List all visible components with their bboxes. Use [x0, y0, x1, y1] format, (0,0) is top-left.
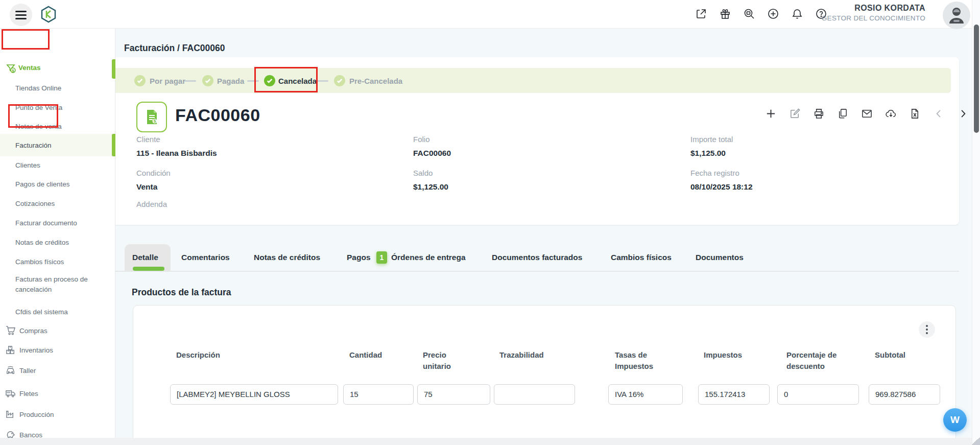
- sidebar-item-cotizaciones[interactable]: Cotizaciones: [15, 199, 102, 208]
- tax-rate-input[interactable]: IVA 16%: [608, 384, 683, 405]
- field-value-importe-total: $1,125.00: [690, 149, 726, 158]
- step-connector: [184, 80, 196, 82]
- field-value-cliente: 115 - Ileana Bisbardis: [136, 149, 217, 158]
- sidebar-item-compras[interactable]: Compras: [19, 326, 106, 336]
- invoice-actions-toolbar: [764, 107, 969, 120]
- chevron-left-icon[interactable]: [932, 107, 945, 120]
- step-check-pagada-icon: [202, 75, 213, 86]
- cloud-download-icon[interactable]: [884, 107, 897, 120]
- kordata-logo-icon[interactable]: [40, 6, 57, 23]
- hamburger-menu-button[interactable]: [10, 4, 32, 26]
- col-header-subtotal: Subtotal: [875, 349, 916, 361]
- step-check-cancelada-icon: [264, 75, 275, 86]
- step-label-por-pagar: Por pagar: [150, 77, 185, 85]
- svg-text:$: $: [154, 119, 156, 124]
- bell-icon[interactable]: [791, 7, 804, 20]
- tab-cambios-fisicos[interactable]: Cambios físicos: [611, 253, 672, 262]
- sidebar-active-indicator-facturacion: [112, 134, 115, 156]
- sidebar-item-ventas[interactable]: $ Ventas: [0, 59, 115, 78]
- tab-documentos[interactable]: Documentos: [696, 253, 744, 262]
- external-link-icon[interactable]: [695, 7, 708, 20]
- sidebar-item-punto-de-venta[interactable]: Punto de Venta: [15, 103, 102, 112]
- step-connector: [247, 80, 259, 82]
- step-label-pre-cancelada: Pre-Cancelada: [349, 77, 402, 85]
- step-label-pagada: Pagada: [217, 77, 244, 85]
- more-options-button[interactable]: [919, 321, 935, 338]
- sidebar-item-cfdis-del-sistema[interactable]: Cfdis del sistema: [15, 308, 102, 317]
- step-check-por-pagar-icon: [134, 75, 146, 86]
- sidebar-item-facturacion[interactable]: Facturación: [15, 141, 102, 150]
- sidebar-item-produccion[interactable]: Producción: [19, 410, 106, 419]
- email-icon[interactable]: [860, 107, 873, 120]
- description-input[interactable]: [LABMEY2] MEYBELLIN GLOSS: [170, 384, 338, 405]
- chevron-right-icon[interactable]: [956, 107, 969, 120]
- app-window: ROSIO KORDATA GESTOR DEL CONOCIMIENTO $ …: [0, 0, 980, 445]
- field-label-cliente: Cliente: [136, 135, 160, 144]
- tab-comentarios[interactable]: Comentarios: [181, 253, 230, 262]
- user-info: ROSIO KORDATA GESTOR DEL CONOCIMIENTO: [822, 3, 925, 24]
- sidebar-active-indicator-ventas: [112, 59, 115, 79]
- search-icon[interactable]: [743, 7, 756, 20]
- step-label-cancelada: Cancelada: [278, 77, 317, 85]
- taxes-input[interactable]: 155.172413: [698, 384, 770, 405]
- traceability-input[interactable]: [494, 384, 575, 405]
- col-header-precio-unitario: Precio unitario: [423, 349, 459, 372]
- scrollbar-corner: [972, 437, 980, 445]
- tabs-divider: [102, 271, 959, 272]
- col-header-impuestos: Impuestos: [704, 349, 750, 361]
- sidebar-item-cambios-fisicos[interactable]: Cambios físicos: [15, 257, 102, 267]
- field-label-condicion: Condición: [136, 169, 171, 177]
- topbar: ROSIO KORDATA GESTOR DEL CONOCIMIENTO: [0, 0, 972, 29]
- step-connector: [317, 80, 328, 82]
- tab-pagos[interactable]: Pagos: [347, 253, 371, 262]
- pagos-count-badge: 1: [376, 251, 387, 264]
- sidebar: $ Ventas Tiendas Online Punto de Venta N…: [0, 29, 115, 438]
- sidebar-item-notas-de-creditos[interactable]: Notas de créditos: [15, 238, 102, 247]
- sidebar-item-inventarios[interactable]: Inventarios: [19, 346, 106, 355]
- tab-notas-de-creditos[interactable]: Notas de créditos: [254, 253, 320, 262]
- sidebar-item-fletes[interactable]: Fletes: [19, 389, 106, 399]
- copy-icon[interactable]: [836, 107, 849, 120]
- truck-icon: [5, 388, 16, 399]
- sidebar-item-tiendas-online[interactable]: Tiendas Online: [15, 84, 102, 93]
- quantity-input[interactable]: 15: [343, 384, 414, 405]
- horizontal-scrollbar-track: [0, 438, 972, 445]
- field-value-condicion: Venta: [136, 182, 157, 192]
- products-section-title: Productos de la factura: [132, 287, 231, 298]
- plus-circle-icon[interactable]: [767, 7, 780, 20]
- sidebar-item-pagos-de-clientes[interactable]: Pagos de clientes: [15, 180, 102, 189]
- subtotal-input[interactable]: 969.827586: [869, 384, 940, 405]
- user-role: GESTOR DEL CONOCIMIENTO: [822, 13, 925, 24]
- field-label-fecha-registro: Fecha registro: [690, 169, 739, 177]
- unit-price-input[interactable]: 75: [417, 384, 490, 405]
- sidebar-item-facturas-en-proceso[interactable]: Facturas en proceso de cancelación: [15, 274, 97, 295]
- factory-icon: [5, 409, 16, 419]
- sidebar-item-clientes[interactable]: Clientes: [15, 161, 102, 170]
- field-label-addenda: Addenda: [136, 200, 167, 208]
- field-value-folio: FAC00060: [413, 149, 451, 158]
- vertical-scrollbar-thumb[interactable]: [974, 25, 979, 133]
- vertical-scrollbar-track: [972, 0, 980, 445]
- chat-widget-button[interactable]: W: [943, 408, 967, 432]
- sidebar-item-taller[interactable]: Taller: [19, 366, 106, 376]
- sidebar-item-facturar-documento[interactable]: Facturar documento: [15, 219, 102, 228]
- col-header-descripcion: Descripción: [176, 349, 237, 361]
- discount-percent-input[interactable]: 0: [777, 384, 859, 405]
- breadcrumb[interactable]: Facturación / FAC00060: [124, 43, 225, 54]
- add-icon[interactable]: [764, 107, 777, 120]
- gift-icon[interactable]: [719, 7, 732, 20]
- tab-detalle[interactable]: Detalle: [132, 253, 158, 262]
- edit-icon[interactable]: [788, 107, 801, 120]
- tab-ordenes-de-entrega[interactable]: Órdenes de entrega: [391, 253, 466, 262]
- col-header-trazabilidad: Trazabilidad: [499, 349, 556, 361]
- products-card: [133, 305, 956, 445]
- avatar[interactable]: [943, 2, 970, 29]
- col-header-porcentaje-descuento: Porcentaje de descuento: [786, 349, 845, 372]
- excel-export-icon[interactable]: [908, 107, 921, 120]
- print-icon[interactable]: [812, 107, 825, 120]
- tab-documentos-facturados[interactable]: Documentos facturados: [492, 253, 582, 262]
- field-label-importe-total: Importe total: [690, 135, 733, 144]
- sidebar-item-notas-de-venta[interactable]: Notas de venta: [15, 122, 102, 131]
- field-value-saldo: $1,125.00: [413, 182, 448, 192]
- col-header-cantidad: Cantidad: [349, 349, 390, 361]
